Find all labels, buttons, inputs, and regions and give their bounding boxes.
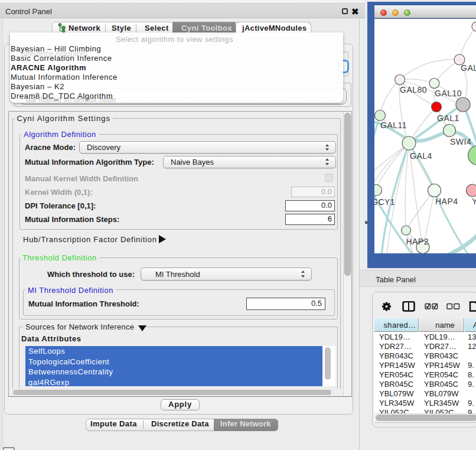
svg-text:HAP2: HAP2 — [406, 237, 429, 246]
svg-text:HAP4: HAP4 — [435, 197, 458, 206]
svg-text:SWI4: SWI4 — [450, 137, 471, 146]
svg-text:GAL2: GAL2 — [461, 63, 476, 73]
svg-text:GAL10: GAL10 — [435, 89, 462, 98]
svg-text:YMR0: YMR0 — [472, 197, 476, 206]
svg-text:GAL11: GAL11 — [380, 120, 407, 130]
svg-text:GAL1: GAL1 — [437, 113, 459, 123]
svg-text:GAL80: GAL80 — [400, 85, 427, 94]
svg-text:GAL4: GAL4 — [410, 151, 432, 161]
svg-text:GCY1: GCY1 — [374, 197, 395, 207]
